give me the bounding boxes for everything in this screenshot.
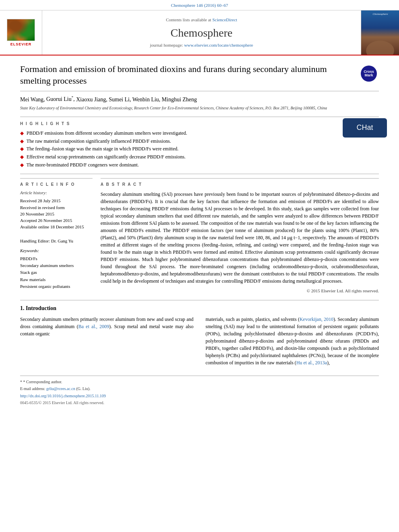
history-available: Available online 18 December 2015 [20,224,93,230]
list-item: ◆ Effective metal scrap pretreatments ca… [20,154,379,160]
highlights-label: H I G H L I G H T S [20,121,379,127]
author-wenbin-liu: Wenbin Liu, [132,96,162,102]
author-mei-wang: Mei Wang, [20,96,46,102]
list-item: ◆ PBDD/F emissions from different second… [20,130,379,137]
footer-copyright: 0045-6535/© 2015 Elsevier Ltd. All right… [20,400,379,406]
email-line: E-mail address: grliu@rcees.ac.cn (G. Li… [20,386,379,392]
journal-cover [361,10,399,55]
keywords-section: Keywords: PBDD/Fs Secondary aluminum sme… [20,248,93,290]
doi-line: http://dx.doi.org/10.1016/j.chemosphere.… [20,393,379,399]
science-direct-line: Contents lists available at ScienceDirec… [166,17,237,23]
journal-citation-bar: Chemosphere 146 (2016) 60–67 [0,0,399,10]
list-item: ◆ The more-brominated PBDD/F congeners w… [20,162,379,168]
elsevier-logo-image [7,19,35,41]
history-label: Article history: [20,190,93,196]
highlight-text-4: Effective metal scrap pretreatments can … [27,154,185,160]
section-title: 1. Introduction [20,304,379,312]
journal-name-header: Chemosphere [171,25,232,41]
crossmark-badge[interactable]: CrossMark [361,66,379,84]
doi-link[interactable]: http://dx.doi.org/10.1016/j.chemosphere.… [20,394,106,398]
corresponding-author-asterisk: * [20,380,23,384]
intro-para-2: materials, such as paints, plastics, and… [206,316,379,366]
science-direct-link[interactable]: ScienceDirect [212,17,237,22]
article-content: Formation and emission of brominated dio… [0,55,399,409]
reference-link-ba2009[interactable]: Ba et al., 2009 [78,324,109,329]
section-title-text: Introduction [26,305,56,311]
article-info-section: A R T I C L E I N F O Article history: R… [20,178,93,290]
journal-homepage-line: journal homepage: www.elsevier.com/locat… [150,42,253,48]
science-direct-prefix: Contents lists available at [166,17,212,22]
handling-editor: Handling Editor: Dr. Gang Yu [20,238,93,244]
keyword-2: Secondary aluminum smelters [20,263,93,269]
article-title: Formation and emission of brominated dio… [20,64,361,86]
elsevier-logo: ELSEVIER [5,19,37,47]
list-item: ◆ The raw material composition significa… [20,138,379,145]
bullet-icon: ◆ [20,146,24,152]
introduction-columns: Secondary aluminum smelters primarily re… [20,316,379,370]
affiliation-text: State Key Laboratory of Environmental Ch… [20,105,379,111]
author-sumei-li: Sumei Li, [109,96,132,102]
reference-link-hu2013a[interactable]: Hu et al., 2013a [296,360,327,366]
highlight-text-3: The feeding–fusion stage was the main st… [27,146,179,152]
email-link[interactable]: grliu@rcees.ac.cn [46,386,75,391]
corresponding-author-note: * * Corresponding author. [20,379,379,385]
crossmark-icon: CrossMark [361,66,377,82]
introduction-section: 1. Introduction Secondary aluminum smelt… [20,300,379,370]
intro-para-1: Secondary aluminum smelters primarily re… [20,316,193,337]
list-item: ◆ The feeding–fusion stage was the main … [20,146,379,152]
bullet-icon: ◆ [20,130,24,136]
reference-link-kevorkijan2010[interactable]: Kevorkijan, 2010 [300,316,333,322]
history-revised-label: Received in revised form [20,205,93,210]
highlights-section: H I G H L I G H T S ◆ PBDD/F emissions f… [20,117,379,174]
title-section: Formation and emission of brominated dio… [20,55,379,91]
page-wrapper: Chemosphere 146 (2016) 60–67 ELSEVIER Co… [0,0,399,409]
email-attribution: (G. Liu). [76,386,90,391]
chat-button[interactable]: CHat [343,118,387,138]
author-guorui-liu: Guorui Liu*, [46,96,76,102]
journal-homepage-link[interactable]: www.elsevier.com/locate/chemosphere [184,43,253,47]
article-info-label: A R T I C L E I N F O [20,182,93,187]
highlights-list: ◆ PBDD/F emissions from different second… [20,130,379,168]
journal-header: ELSEVIER Contents lists available at Sci… [0,10,399,55]
chat-label: CHat [356,123,373,133]
journal-header-left: ELSEVIER [0,10,42,55]
author-xiaoxu-jiang: Xiaoxu Jiang, [76,96,109,102]
keywords-label: Keywords: [20,248,93,254]
author-minghui-zheng: Minghui Zheng [162,96,197,102]
article-info-column: A R T I C L E I N F O Article history: R… [20,178,93,294]
highlight-text-5: The more-brominated PBDD/F congeners wer… [27,162,139,168]
crossmark-label: CrossMark [364,70,374,78]
keyword-4: Raw materials [20,277,93,283]
homepage-prefix: journal homepage: [150,43,184,47]
bullet-icon: ◆ [20,154,24,160]
keyword-1: PBDD/Fs [20,256,93,262]
section-number: 1. [20,305,25,311]
bullet-icon: ◆ [20,162,24,168]
introduction-col-left: Secondary aluminum smelters primarily re… [20,316,193,370]
keyword-5: Persistent organic pollutants [20,283,93,290]
history-received: Received 28 July 2015 [20,198,93,203]
history-revised-date: 20 November 2015 [20,211,93,217]
keyword-3: Stack gas [20,269,93,275]
authors-line: Mei Wang, Guorui Liu*, Xiaoxu Jiang, Sum… [20,95,379,103]
introduction-col-right: materials, such as paints, plastics, and… [206,316,379,370]
corresponding-author-label: * Corresponding author. [23,380,62,384]
abstract-text: Secondary aluminum smelting (SAl) proces… [101,191,379,285]
journal-citation: Chemosphere 146 (2016) 60–67 [171,3,228,8]
abstract-paragraph: Secondary aluminum smelting (SAl) proces… [101,191,379,285]
article-footer: * * Corresponding author. E-mail address… [20,376,379,409]
elsevier-text: ELSEVIER [10,42,32,47]
abstract-section: A B S T R A C T Secondary aluminum smelt… [101,178,379,294]
abstract-column: A B S T R A C T Secondary aluminum smelt… [101,178,379,294]
highlight-text-1: PBDD/F emissions from different secondar… [27,130,187,136]
history-accepted: Accepted 26 November 2015 [20,218,93,223]
abstract-label: A B S T R A C T [101,182,379,187]
abstract-copyright: © 2015 Elsevier Ltd. All rights reserved… [101,288,379,294]
article-info-abstract-section: A R T I C L E I N F O Article history: R… [20,178,379,294]
highlight-text-2: The raw material composition significant… [27,138,171,144]
email-label: E-mail address: [20,386,45,391]
journal-cover-image [361,10,399,55]
journal-header-center: Contents lists available at ScienceDirec… [42,10,361,55]
authors-section: Mei Wang, Guorui Liu*, Xiaoxu Jiang, Sum… [20,91,379,113]
bullet-icon: ◆ [20,138,24,144]
